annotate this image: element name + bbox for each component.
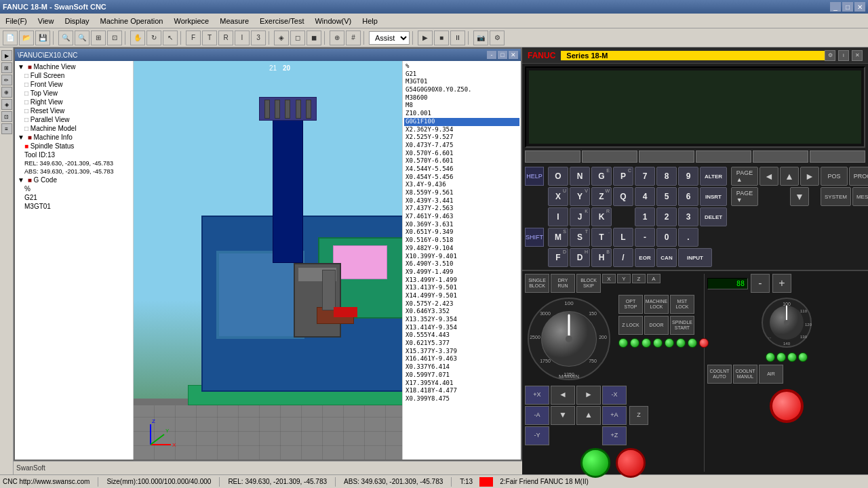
spindle-start-btn[interactable]: SPINDLESTART bbox=[670, 316, 694, 335]
key-SYSTEM[interactable]: SYSTEM bbox=[821, 187, 851, 206]
key-4[interactable]: 4 bbox=[635, 187, 655, 206]
menu-help[interactable]: Help bbox=[359, 16, 380, 26]
key-I[interactable]: I bbox=[548, 207, 568, 226]
toolbar-zoom-in[interactable]: 🔍 bbox=[58, 30, 73, 45]
jog-right[interactable]: ► bbox=[576, 386, 601, 405]
toolbar-view-front[interactable]: F bbox=[186, 30, 201, 45]
key-POS[interactable]: POS bbox=[821, 167, 848, 186]
toolbar-zoom-fit[interactable]: ⊞ bbox=[91, 30, 106, 45]
tree-full-screen[interactable]: □ Full Screen bbox=[16, 71, 132, 80]
toolbar-new[interactable]: 📄 bbox=[3, 30, 18, 45]
jog-z-minus[interactable]: -Y bbox=[525, 426, 549, 445]
key-Y[interactable]: YV bbox=[570, 187, 590, 206]
toolbar-open[interactable]: 📂 bbox=[19, 30, 34, 45]
key-X[interactable]: XU bbox=[548, 187, 568, 206]
jog-left[interactable]: ◄ bbox=[551, 386, 575, 405]
menu-measure[interactable]: Measure bbox=[217, 16, 252, 26]
jog-y-minus[interactable]: -A bbox=[525, 406, 549, 425]
soft-key-4[interactable] bbox=[696, 150, 751, 163]
tree-front-view[interactable]: □ Front View bbox=[16, 80, 132, 89]
tree-parallel-view[interactable]: □ Parallel View bbox=[16, 115, 132, 124]
arrow-right[interactable]: ► bbox=[800, 167, 819, 186]
toolbar-grid[interactable]: # bbox=[346, 30, 361, 45]
arrow-down[interactable]: ▼ bbox=[790, 187, 809, 206]
door-btn[interactable]: DOOR bbox=[644, 316, 669, 335]
key-K[interactable]: KR bbox=[591, 207, 612, 226]
inner-minimize[interactable]: - bbox=[487, 51, 496, 59]
z-lock-btn[interactable]: Z LOCK bbox=[618, 316, 643, 335]
key-H[interactable]: HB bbox=[591, 248, 612, 267]
key-DELET[interactable]: DELET bbox=[700, 207, 727, 226]
tree-panel[interactable]: ▼ ■ Machine View □ Full Screen □ Front V… bbox=[15, 61, 134, 460]
key-P[interactable]: PC bbox=[613, 167, 633, 186]
key-Z[interactable]: ZW bbox=[591, 187, 612, 206]
key-S[interactable]: ST bbox=[570, 228, 590, 247]
toolbar-pause[interactable]: ⏸ bbox=[450, 30, 465, 45]
assist-dropdown[interactable]: Assist bbox=[369, 31, 410, 45]
arrow-left[interactable]: ◄ bbox=[760, 167, 778, 186]
key-3[interactable]: 3 bbox=[678, 207, 698, 226]
dry-run-btn[interactable]: DRYRUN bbox=[551, 274, 575, 293]
key-T[interactable]: T. bbox=[591, 228, 612, 247]
soft-key-6[interactable] bbox=[810, 150, 865, 163]
inner-maximize[interactable]: □ bbox=[498, 51, 507, 59]
menu-workpiece[interactable]: Workpiece bbox=[171, 16, 212, 26]
key-7[interactable]: 7 bbox=[635, 167, 655, 186]
toolbar-screenshot[interactable]: 📷 bbox=[473, 30, 488, 45]
key-INSRT[interactable]: INSRT bbox=[700, 187, 727, 206]
tree-right-view[interactable]: □ Right View bbox=[16, 98, 132, 106]
toolbar-play[interactable]: ▶ bbox=[418, 30, 433, 45]
help-key[interactable]: HELP bbox=[525, 167, 544, 186]
key-9[interactable]: 9 bbox=[678, 167, 698, 186]
tree-g21[interactable]: G21 bbox=[16, 193, 132, 202]
key-dot[interactable]: . bbox=[678, 228, 698, 247]
key-D[interactable]: DH bbox=[570, 248, 590, 267]
page-down-key[interactable]: PAGE▼ bbox=[731, 187, 758, 206]
key-G[interactable]: GE bbox=[591, 167, 612, 186]
emergency-stop-btn[interactable] bbox=[770, 389, 804, 423]
key-ALTER[interactable]: ALTER bbox=[700, 167, 727, 186]
toolbar-view-iso[interactable]: I bbox=[235, 30, 250, 45]
ctrl-settings-icon[interactable]: ⚙ bbox=[825, 50, 835, 61]
tree-machine-model[interactable]: □ Machine Model bbox=[16, 124, 132, 133]
toolbar-stop[interactable]: ■ bbox=[434, 30, 449, 45]
inner-close[interactable]: ✕ bbox=[509, 51, 518, 59]
toolbar-material[interactable]: ◈ bbox=[274, 30, 289, 45]
key-2[interactable]: 2 bbox=[656, 207, 677, 226]
arrow-up[interactable]: ▲ bbox=[780, 167, 799, 186]
tree-m3[interactable]: M3GT01 bbox=[16, 202, 132, 211]
key-8[interactable]: 8 bbox=[656, 167, 677, 186]
toolbar-view-3d[interactable]: 3 bbox=[251, 30, 266, 45]
coolant-manual-btn[interactable]: COOLNTMANUL bbox=[733, 365, 757, 384]
sidebar-icon-1[interactable]: ▶ bbox=[1, 50, 12, 61]
key-O[interactable]: O bbox=[548, 167, 568, 186]
key-MESSAGE[interactable]: MESSAGE bbox=[852, 187, 868, 206]
menu-machine-op[interactable]: Machine Operation bbox=[98, 16, 166, 26]
coolant-auto-btn[interactable]: COOLNTAUTO bbox=[707, 365, 732, 384]
key-CAN[interactable]: CAN bbox=[656, 248, 677, 267]
toolbar-wire[interactable]: ◻ bbox=[290, 30, 305, 45]
menu-window[interactable]: Window(V) bbox=[312, 16, 354, 26]
toolbar-save[interactable]: 💾 bbox=[35, 30, 50, 45]
gcode-panel[interactable]: % G21 M3GT01 G54G0G90X0.Y0.Z50. M38600 M… bbox=[402, 61, 521, 460]
key-0[interactable]: 0 bbox=[656, 228, 677, 247]
toolbar-zoom-sel[interactable]: ⊡ bbox=[107, 30, 122, 45]
tree-g-code-item[interactable]: % bbox=[16, 184, 132, 193]
key-M[interactable]: MS bbox=[548, 228, 568, 247]
key-J[interactable]: JK bbox=[570, 207, 590, 226]
speed-minus-btn[interactable]: - bbox=[751, 274, 770, 293]
sidebar-icon-7[interactable]: ≡ bbox=[1, 123, 12, 134]
menu-file[interactable]: File(F) bbox=[3, 16, 30, 26]
key-L[interactable]: L bbox=[613, 228, 633, 247]
jog-x-minus[interactable]: -X bbox=[602, 386, 627, 405]
shift-key[interactable]: SHIFT bbox=[525, 228, 544, 247]
sidebar-icon-5[interactable]: ◈ bbox=[1, 99, 12, 110]
key-1[interactable]: 1 bbox=[635, 207, 655, 226]
jog-x-plus[interactable]: +X bbox=[525, 386, 549, 405]
opt-stop-btn[interactable]: OPTSTOP bbox=[618, 295, 643, 314]
toolbar-pan[interactable]: ✋ bbox=[130, 30, 145, 45]
single-block-btn[interactable]: SINGLEBLOCK bbox=[525, 274, 549, 293]
window-controls[interactable]: _ □ ✕ bbox=[830, 2, 865, 12]
air-btn[interactable]: AIR bbox=[759, 365, 783, 384]
key-minus[interactable]: - bbox=[635, 228, 655, 247]
